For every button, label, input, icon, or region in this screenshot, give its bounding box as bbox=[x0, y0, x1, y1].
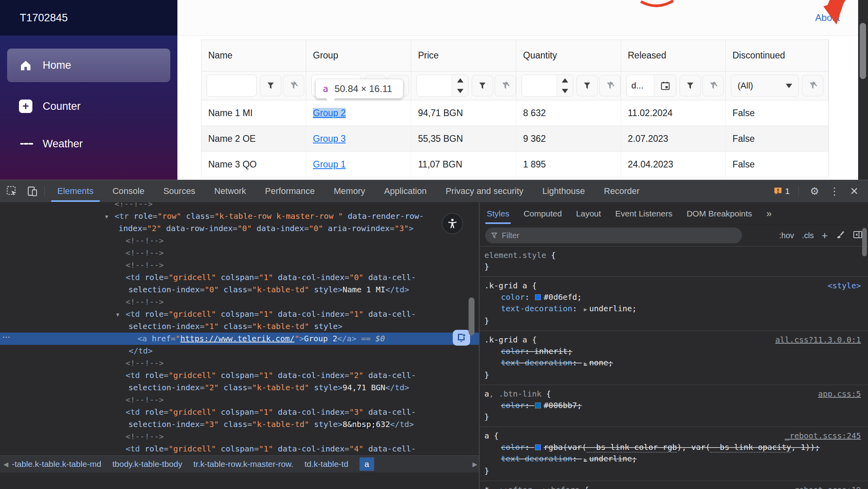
rule-source-link[interactable]: all.css?11.3.0.0:1 bbox=[775, 334, 861, 346]
devtools-tab-application[interactable]: Application bbox=[375, 180, 436, 202]
toggle-sidebar-icon[interactable] bbox=[853, 230, 862, 241]
code-line[interactable]: <!--!--> bbox=[0, 203, 479, 210]
table-row[interactable]: Name 1 MIGroup 294,71 BGN8 63211.02.2024… bbox=[201, 100, 828, 126]
quantity-clear-filter-button[interactable] bbox=[599, 75, 621, 96]
rule-selector[interactable]: _reboot.scss:19*, ::after, ::before { bbox=[484, 484, 864, 489]
styles-filter-input[interactable]: Filter bbox=[485, 228, 742, 243]
color-swatch[interactable] bbox=[535, 402, 541, 408]
code-line[interactable]: <td role="gridcell" colspan="1" data-col… bbox=[0, 369, 479, 382]
quantity-filter-button[interactable] bbox=[576, 75, 598, 96]
inspect-element-button[interactable] bbox=[3, 182, 21, 200]
close-devtools-icon[interactable]: ✕ bbox=[847, 185, 861, 197]
column-header-released[interactable]: Released bbox=[621, 40, 726, 71]
calendar-button[interactable] bbox=[654, 75, 676, 96]
spinner-up-icon[interactable] bbox=[557, 75, 573, 86]
code-line[interactable]: <!--!--> bbox=[0, 431, 479, 443]
breadcrumb-left-arrow-icon[interactable]: ◀ bbox=[0, 461, 12, 468]
column-header-group[interactable]: Group bbox=[306, 40, 411, 71]
code-line[interactable]: <!--!--> bbox=[0, 357, 479, 369]
rule-selector[interactable]: <style>.k-grid a { bbox=[484, 280, 864, 292]
code-line[interactable]: selection-index="0" class="k-table-td" s… bbox=[0, 284, 479, 296]
new-style-rule-button[interactable]: + bbox=[822, 229, 828, 242]
css-declaration[interactable]: text-decoration: ▶underline; bbox=[484, 303, 864, 315]
ai-assistant-badge[interactable] bbox=[453, 330, 470, 346]
code-line[interactable]: <td role="gridcell" colspan="1" data-col… bbox=[0, 443, 479, 455]
column-header-name[interactable]: Name bbox=[201, 40, 306, 71]
column-header-price[interactable]: Price bbox=[411, 40, 516, 71]
styles-tab-styles[interactable]: Styles bbox=[487, 203, 509, 224]
code-line[interactable]: <!--!--> bbox=[0, 247, 479, 259]
css-declaration[interactable]: text-decoration: ▶underline; bbox=[484, 453, 864, 465]
quantity-filter-input[interactable] bbox=[522, 75, 557, 96]
devtools-tab-network[interactable]: Network bbox=[205, 180, 256, 202]
code-line[interactable]: index="2" data-row-index="0" data-index=… bbox=[0, 222, 479, 235]
sidebar-item-weather[interactable]: Weather bbox=[7, 132, 170, 156]
breadcrumb-item[interactable]: -table.k-table.k-table-md bbox=[12, 459, 101, 469]
code-line[interactable]: <td role="gridcell" colspan="1" data-col… bbox=[0, 271, 479, 284]
selected-node-menu-dots[interactable]: ⋯ bbox=[2, 332, 11, 342]
rule-source-link[interactable]: _reboot.scss:19 bbox=[789, 484, 861, 489]
pseudo-state-toggle[interactable]: :hov bbox=[779, 231, 794, 240]
styles-tab-event-listeners[interactable]: Event Listeners bbox=[615, 203, 672, 224]
table-row[interactable]: Name 2 OEGroup 355,35 BGN9 3622.07.2023F… bbox=[201, 126, 828, 152]
devtools-tab-lighthouse[interactable]: Lighthouse bbox=[533, 180, 595, 202]
price-clear-filter-button[interactable] bbox=[495, 75, 516, 96]
more-options-kebab-icon[interactable]: ⋮ bbox=[827, 185, 842, 197]
name-filter-input[interactable] bbox=[207, 75, 257, 97]
devtools-tab-memory[interactable]: Memory bbox=[324, 180, 375, 202]
expand-triangle-icon[interactable]: ▶ bbox=[582, 306, 589, 312]
page-scrollbar-thumb[interactable] bbox=[860, 23, 866, 79]
breadcrumb-item[interactable]: tr.k-table-row.k-master-row. bbox=[193, 459, 293, 469]
sidebar-item-counter[interactable]: + Counter bbox=[7, 94, 170, 118]
rule-selector[interactable]: _reboot.scss:245a { bbox=[484, 430, 864, 442]
sidebar-item-home[interactable]: Home bbox=[7, 49, 170, 82]
released-filter-button[interactable] bbox=[680, 75, 701, 96]
rule-selector[interactable]: app.css:5a, .btn-link { bbox=[484, 388, 864, 400]
price-filter-input[interactable] bbox=[417, 75, 452, 96]
settings-gear-icon[interactable]: ⚙ bbox=[808, 185, 821, 197]
devtools-tab-sources[interactable]: Sources bbox=[154, 180, 205, 202]
color-swatch[interactable] bbox=[535, 444, 541, 450]
rule-source-link[interactable]: <style> bbox=[828, 280, 861, 292]
devtools-tab-elements[interactable]: Elements bbox=[48, 180, 103, 202]
devtools-tab-recorder[interactable]: Recorder bbox=[594, 180, 649, 202]
price-filter-button[interactable] bbox=[472, 75, 493, 96]
more-tabs-icon[interactable]: » bbox=[766, 208, 772, 219]
code-line[interactable]: selection-index="1" class="k-table-td" s… bbox=[0, 320, 479, 333]
column-header-discontinued[interactable]: Discontinued bbox=[726, 40, 828, 71]
breadcrumb-item[interactable]: a bbox=[360, 457, 375, 471]
group-link[interactable]: Group 3 bbox=[313, 134, 346, 144]
code-line[interactable]: </td> bbox=[0, 345, 479, 357]
elements-scrollbar-thumb[interactable] bbox=[469, 297, 474, 335]
css-declaration[interactable]: color: #006bb7; bbox=[484, 400, 864, 411]
code-line[interactable]: selection-index="2" class="k-table-td" s… bbox=[0, 382, 479, 394]
page-scrollbar[interactable] bbox=[858, 0, 868, 180]
discontinued-clear-filter-button[interactable] bbox=[802, 75, 823, 96]
devtools-tab-privacy-and-security[interactable]: Privacy and security bbox=[436, 180, 533, 202]
about-link[interactable]: About bbox=[815, 0, 840, 36]
styles-scrollbar-thumb[interactable] bbox=[862, 228, 867, 256]
devtools-tab-performance[interactable]: Performance bbox=[256, 180, 324, 202]
device-toolbar-button[interactable] bbox=[24, 182, 41, 200]
released-clear-filter-button[interactable] bbox=[702, 75, 724, 96]
released-filter-input[interactable]: d... bbox=[627, 75, 654, 96]
name-clear-filter-button[interactable] bbox=[283, 75, 304, 96]
color-swatch[interactable] bbox=[535, 294, 541, 300]
rule-source-link[interactable]: _reboot.scss:245 bbox=[785, 430, 861, 442]
group-link[interactable]: Group 2 bbox=[313, 108, 346, 118]
code-line[interactable]: <a href="https://www.telerik.com/">Group… bbox=[0, 333, 479, 345]
code-line[interactable]: ▼<td role="gridcell" colspan="1" data-co… bbox=[0, 308, 479, 320]
code-line[interactable]: selection-index="3" class="k-table-td" s… bbox=[0, 418, 479, 431]
code-line[interactable]: <!--!--> bbox=[0, 259, 479, 271]
column-header-quantity[interactable]: Quantity bbox=[516, 40, 621, 71]
devtools-tab-console[interactable]: Console bbox=[103, 180, 154, 202]
rendering-brush-icon[interactable] bbox=[836, 230, 845, 241]
element-classes-toggle[interactable]: .cls bbox=[802, 231, 814, 240]
spinner-up-icon[interactable] bbox=[452, 75, 468, 86]
styles-tab-layout[interactable]: Layout bbox=[576, 203, 601, 224]
breadcrumb-item[interactable]: td.k-table-td bbox=[305, 459, 348, 469]
css-declaration[interactable]: color: rgba(var(--bs-link-color-rgb), va… bbox=[484, 442, 864, 453]
code-line[interactable]: <td role="gridcell" colspan="1" data-col… bbox=[0, 406, 479, 418]
issues-counter[interactable]: 1 bbox=[773, 186, 790, 196]
code-line[interactable]: ▼<tr role="row" class="k-table-row k-mas… bbox=[0, 210, 479, 222]
